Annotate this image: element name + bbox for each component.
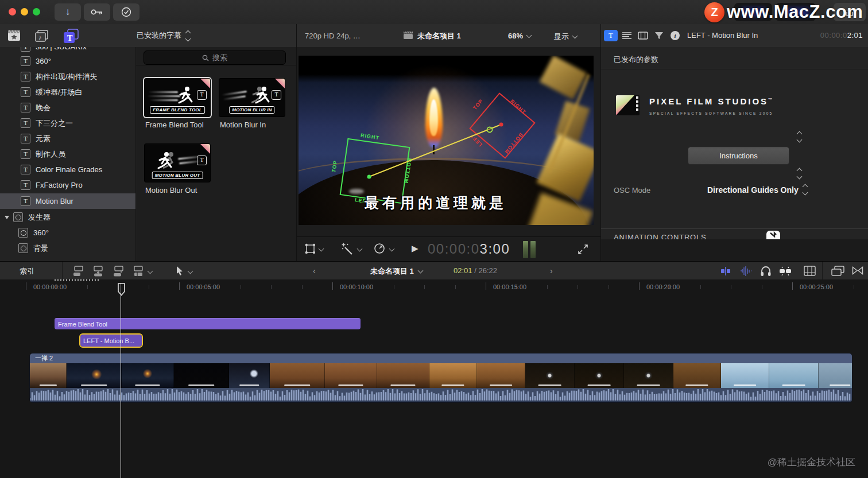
tab-title-inspector[interactable]: T (604, 30, 618, 41)
sidebar-item-1[interactable]: T360° (0, 53, 135, 69)
sidebar-item-4[interactable]: T晚会 (0, 100, 135, 115)
viewer-display-menu[interactable]: 显示 (554, 32, 577, 42)
sidebar-item-7[interactable]: T制作人员 (0, 146, 135, 162)
sidebar-item-11[interactable]: 发生器 (0, 209, 135, 225)
sidebar-item-3[interactable]: T缓冲器/开场白 (0, 84, 135, 100)
ruler-tick (609, 285, 609, 289)
check-button[interactable] (113, 3, 140, 21)
juejin-watermark: @稀土掘金技术社区 (768, 456, 855, 469)
disclosure-triangle-icon[interactable] (5, 216, 9, 219)
search-input[interactable]: 搜索 (144, 50, 286, 65)
sidebar-item-label: 背景 (33, 243, 48, 254)
sidebar-item-13[interactable]: 背景 (0, 240, 135, 256)
titles-icon: T (21, 196, 30, 206)
overwrite-edit-menu[interactable] (132, 266, 152, 277)
effect-frame-blend-tool[interactable]: T FRAME BLEND TOOL (145, 79, 210, 116)
sidebar-item-6[interactable]: T元素 (0, 131, 135, 146)
viewer-timecode[interactable]: 00:00:03:00 (428, 241, 510, 257)
burned-in-subtitle (830, 384, 850, 386)
animation-controls-icon[interactable] (766, 231, 780, 239)
previous-project-button[interactable]: ‹ (313, 266, 316, 275)
solo-headphones-icon[interactable] (760, 266, 772, 277)
zoom-window-button[interactable] (33, 8, 40, 15)
next-project-button[interactable]: › (550, 266, 553, 275)
instructions-button[interactable]: Instructions (688, 147, 789, 165)
parameter-stepper[interactable] (797, 169, 801, 178)
photos-audio-sidebar-icon[interactable]: ♪ (34, 29, 49, 42)
effect-motion-blur-in[interactable]: T MOTION BLUR IN (219, 79, 285, 116)
clip-appearance-icon[interactable] (804, 266, 816, 276)
viewer-zoom-menu[interactable]: 68% (508, 32, 531, 40)
sidebar-item-2[interactable]: T构件出现/构件消失 (0, 69, 135, 84)
ruler-tick (792, 282, 793, 290)
osc-mode-stepper-icon (803, 185, 807, 195)
play-button[interactable]: ▶ (412, 243, 418, 254)
timeline-project-menu[interactable]: 未命名项目 1 (370, 266, 423, 277)
thumbnail-frame (819, 363, 852, 388)
effect-motion-blur-out[interactable]: T MOTION BLUR OUT (145, 144, 210, 182)
playhead-line[interactable] (121, 283, 121, 478)
ruler-tick (271, 285, 272, 289)
title-clip-frame-blend-tool[interactable]: Frame Blend Tool (55, 318, 361, 329)
fullscreen-icon[interactable] (578, 244, 588, 254)
browser-toggle-icon[interactable] (831, 266, 844, 276)
chevron-down-icon (526, 32, 532, 38)
index-button[interactable]: 索引 (20, 266, 34, 277)
parameter-stepper[interactable] (797, 132, 801, 142)
osc-mode-popup[interactable]: Directional Guides Only (707, 185, 807, 195)
divider (136, 65, 296, 65)
title-clip-left-motion-blur-selected[interactable]: LEFT - Motion B... (80, 335, 142, 347)
timeline[interactable]: 00:00:00:0000:00:05:0000:00:10:0000:00:1… (0, 279, 868, 478)
burned-in-subtitle (587, 384, 611, 386)
thumbnail-frame (174, 363, 229, 388)
audio-waveform (30, 388, 852, 402)
connect-edit-icon[interactable] (72, 266, 85, 277)
viewer-project-name[interactable]: 未命名项目 1 (417, 31, 461, 41)
tab-video-inspector[interactable] (636, 30, 650, 41)
timeline-ruler[interactable]: 00:00:00:0000:00:05:0000:00:10:0000:00:1… (0, 281, 868, 296)
sidebar-item-9[interactable]: TFxFactory Pro (0, 177, 135, 193)
burned-in-subtitle (338, 384, 363, 386)
title-badge: T (197, 156, 207, 165)
audio-meters[interactable] (523, 241, 536, 258)
ruler-label: 00:00:05:00 (187, 283, 220, 290)
thumbnail-frame (429, 363, 477, 388)
thumbnail-frame (377, 363, 429, 388)
burned-in-subtitle (441, 384, 464, 386)
sidebar-item-10[interactable]: TMotion Blur (0, 193, 135, 209)
key-button[interactable] (84, 3, 110, 21)
ruler-tick (26, 282, 26, 290)
playhead-marker[interactable] (117, 283, 126, 296)
burned-in-subtitle (637, 384, 660, 386)
transition-bowtie-icon[interactable] (852, 266, 863, 275)
chevron-down-icon (188, 268, 193, 274)
divider (601, 69, 868, 69)
transform-menu[interactable] (305, 243, 323, 254)
insert-edit-icon[interactable] (92, 266, 104, 277)
snapping-icon[interactable] (778, 266, 792, 276)
enhancements-menu[interactable] (341, 243, 362, 255)
installed-titles-menu[interactable]: 已安装的字幕 (137, 30, 190, 41)
sidebar-item-12[interactable]: 360° (0, 225, 135, 240)
tools-menu[interactable] (176, 266, 192, 276)
append-edit-icon[interactable] (113, 266, 125, 277)
tab-text-inspector[interactable] (620, 30, 634, 41)
ruler-tick (332, 282, 333, 290)
thumbnail-frame (67, 363, 122, 388)
video-clip[interactable]: 一禅 2 (30, 353, 852, 402)
titles-generators-sidebar-icon[interactable] (7, 30, 21, 42)
sidebar-item-8[interactable]: TColor Finale Grades (0, 162, 135, 177)
runner-icon (251, 86, 271, 106)
viewer-canvas[interactable]: RIGHT TOP BOTTOM LEFT TOP RIGHT LEFT BOT… (299, 56, 594, 225)
download-button[interactable]: ↓ (55, 3, 81, 21)
skimming-icon[interactable] (719, 267, 732, 275)
sidebar-item-5[interactable]: T下三分之一 (0, 115, 135, 131)
titles-browser-icon-active[interactable]: T (62, 29, 79, 44)
audio-skimming-icon[interactable] (739, 266, 752, 276)
close-window-button[interactable] (9, 8, 16, 15)
tab-info-inspector[interactable]: i (668, 30, 682, 41)
clip-duration-dashes (55, 279, 99, 281)
retime-menu[interactable] (374, 243, 394, 254)
minimize-window-button[interactable] (21, 8, 28, 15)
tab-color-inspector[interactable] (652, 30, 666, 41)
